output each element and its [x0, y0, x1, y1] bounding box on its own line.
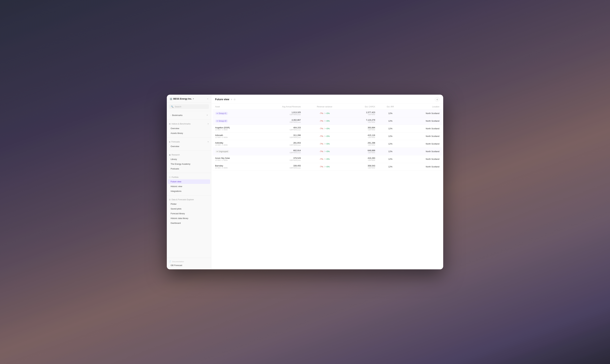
revenue-cell: 379,529 GBP/MW/year	[254, 155, 303, 163]
group-revenue-unit: GBP/MW/year	[256, 152, 301, 154]
chevron-right-icon: ›	[171, 114, 171, 116]
capex-cell: 291,298 GBP/MW	[346, 140, 378, 148]
revenue-cell: 281,653 GBP/MW/year	[254, 140, 303, 148]
doc-icon: 📄	[169, 260, 171, 262]
group-irr-cell: 12%	[378, 117, 403, 125]
group-collapse-icon[interactable]: ▾	[217, 120, 218, 122]
sidebar-item-bookmarks[interactable]: › Bookmarks +	[168, 113, 210, 117]
table-row[interactable]: Arbroath 10 MW • 5 MWh 311,286 GBP/MW/ye…	[213, 132, 442, 140]
col-avg-revenue: Avg Annual Revenues	[254, 104, 303, 110]
indices-add-button[interactable]: +	[208, 123, 209, 125]
search-row: 🔍 Search	[167, 103, 211, 111]
portfolio-section-title: ⬡ Portfolio	[169, 176, 179, 178]
col-location: Location	[403, 104, 442, 110]
research-icon: ◉	[169, 154, 171, 156]
bookmarks-add-button[interactable]: +	[207, 114, 208, 117]
group-collapse-icon[interactable]: ▾	[217, 112, 218, 115]
asset-cell: Barnsley 10 MW • 5 MWh	[213, 163, 254, 170]
table-row[interactable]: Angelton (DGR) 10 MW • 5 MWh 404,153 GBP…	[213, 125, 442, 132]
group-revenue-main: 4,302,867	[256, 119, 301, 121]
data-table: Asset Avg Annual Revenues Revenue varian…	[213, 104, 442, 170]
group-revenue-cell: 1,013,325 GBP/MW/year	[254, 110, 303, 117]
table-row[interactable]: Asfordby 10 MW • 5 MWh 281,653 GBP/MW/ye…	[213, 140, 442, 148]
location-cell: North Scotland	[403, 132, 442, 140]
table-row[interactable]: Barnsley 10 MW • 5 MWh 339,455 GBP/MW/ye…	[213, 163, 442, 170]
sidebar-item-dashboard[interactable]: Dashboard	[168, 221, 210, 225]
sidebar-header: 🏢 BESS Energy Inc. ▾ «	[167, 95, 211, 103]
menu-icon[interactable]: ≡	[231, 98, 232, 101]
company-chevron-icon: ▾	[193, 98, 194, 100]
group-badge: ▾ Group #2	[215, 119, 228, 123]
sidebar-collapse-button[interactable]: «	[207, 98, 208, 100]
capex-main: 416,283	[348, 157, 375, 159]
forecasts-add-button[interactable]: +	[208, 141, 209, 143]
asset-sub: 10 MW • 5 MWh	[215, 129, 251, 131]
location-cell: North Scotland	[403, 155, 442, 163]
table-row-group-ungrouped[interactable]: ▾ Ungrouped 602,914 GBP/MW/year -7% / +3…	[213, 148, 442, 155]
divider-3	[167, 150, 211, 151]
sidebar-item-saved-plots[interactable]: Saved plots	[168, 207, 210, 211]
revenue-unit: GBP/MW/year	[256, 144, 301, 146]
revenue-cell: 311,286 GBP/MW/year	[254, 132, 303, 140]
variance-negative: -7%	[319, 127, 323, 130]
group-badge: ▾ Ungrouped	[215, 150, 230, 153]
company-name[interactable]: 🏢 BESS Energy Inc. ▾	[170, 98, 194, 100]
revenue-cell: 339,455 GBP/MW/year	[254, 163, 303, 170]
group-capex-main: 1,577,423	[348, 111, 375, 114]
group-location-cell: North Scotland	[403, 110, 442, 117]
divider-4	[167, 173, 211, 173]
revenue-main: 311,286	[256, 134, 301, 136]
group-revenue-unit: GBP/MW/year	[256, 121, 301, 123]
sidebar: 🏢 BESS Energy Inc. ▾ « 🔍 Search › Bookma…	[167, 95, 211, 269]
revenue-unit: GBP/MW/year	[256, 129, 301, 131]
col-asset: Asset	[213, 104, 254, 110]
sidebar-item-historic-data-library[interactable]: Historic data library	[168, 216, 210, 221]
table-row-group-group2[interactable]: ▾ Group #2 4,302,867 GBP/MW/year -7% / +…	[213, 117, 442, 125]
asset-name: Arbroath	[215, 134, 251, 136]
sidebar-item-podcasts[interactable]: Podcasts	[168, 167, 210, 171]
info-icon[interactable]: ⊙	[234, 98, 235, 101]
group-irr-cell: 12%	[378, 110, 403, 117]
data-section-title: ⊡ Data & Forecasts Explorer	[169, 198, 194, 201]
portfolio-section: ⬡ Portfolio Future view Historic view In…	[167, 174, 211, 194]
documentation-label: 📄 Documentation	[167, 260, 211, 263]
variance-negative: -7%	[319, 166, 323, 168]
revenue-unit: GBP/MW/year	[256, 136, 301, 138]
group-revenue-main: 602,914	[256, 149, 301, 152]
variance-negative: -7%	[319, 143, 323, 145]
sidebar-item-integrations[interactable]: Integrations	[168, 189, 210, 194]
sidebar-item-future-view[interactable]: Future view	[168, 179, 210, 184]
search-box[interactable]: 🔍 Search	[169, 104, 209, 109]
asset-name: Azure Sky Solar	[215, 157, 251, 159]
header-circle-button[interactable]: ⊙	[435, 97, 439, 102]
asset-name: Barnsley	[215, 165, 251, 167]
location-cell: North Scotland	[403, 140, 442, 148]
sidebar-item-plotter[interactable]: Plotter	[168, 202, 210, 206]
sidebar-item-indices-overview[interactable]: Overview	[168, 126, 210, 131]
sidebar-item-historic-view[interactable]: Historic view	[168, 184, 210, 189]
capex-unit: GBP/MW	[348, 136, 375, 138]
location-cell: North Scotland	[403, 163, 442, 170]
revenue-unit: GBP/MW/year	[256, 159, 301, 161]
variance-negative: -7%	[319, 150, 323, 153]
capex-main: 415,116	[348, 134, 375, 136]
indices-section: ⊞ Indices & Benchmarks + Overview Assets…	[167, 120, 211, 136]
sidebar-item-gb-forecast[interactable]: GB Forecast	[168, 263, 210, 268]
portfolio-icon: ⬡	[169, 176, 171, 178]
table-row-group-group1[interactable]: ▾ Group #1 1,013,325 GBP/MW/year -7% / +…	[213, 110, 442, 117]
table-row[interactable]: Azure Sky Solar 10 MW • 5 MWh 379,529 GB…	[213, 155, 442, 163]
group-location-cell: North Scotland	[403, 117, 442, 125]
app-window: 🏢 BESS Energy Inc. ▾ « 🔍 Search › Bookma…	[167, 95, 443, 269]
sidebar-item-energy-academy[interactable]: The Energy Academy	[168, 162, 210, 166]
group-badge: ▾ Group #1	[215, 112, 228, 115]
col-capex: Est. CAPEX	[346, 104, 378, 110]
sidebar-item-library[interactable]: Library	[168, 157, 210, 161]
sidebar-item-forecasts-overview[interactable]: Overview	[168, 144, 210, 149]
sidebar-item-forecast-library[interactable]: Forecast library	[168, 211, 210, 216]
variance-positive: +3%	[325, 150, 330, 153]
research-header: ◉ Research	[167, 153, 211, 156]
group-capex-cell: 649,899 GBP/MW	[346, 148, 378, 155]
sidebar-item-assets-library[interactable]: Assets library	[168, 131, 210, 135]
group-variance-cell: -7% / +3%	[303, 148, 346, 155]
group-collapse-icon[interactable]: ▾	[217, 150, 218, 153]
